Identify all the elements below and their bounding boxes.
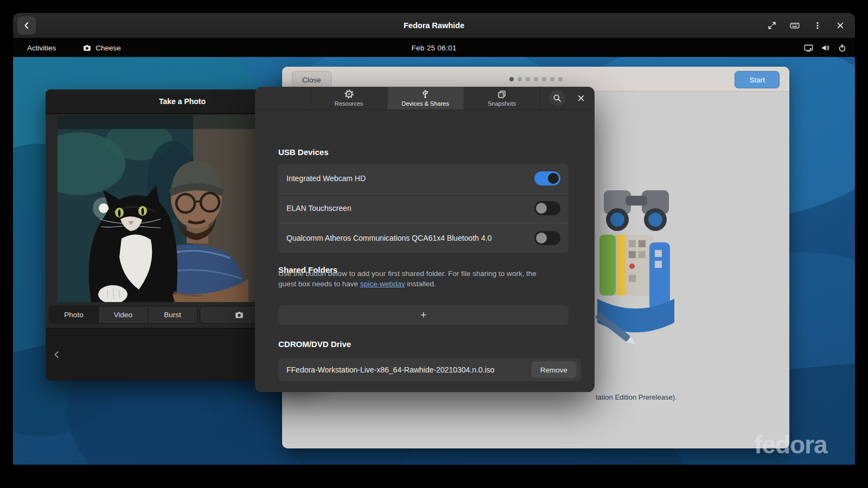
dialog-header: Resources Devices & Shares Snapshots	[255, 87, 595, 110]
usb-device-name: ELAN Touchscreen	[286, 204, 352, 213]
remove-iso-button[interactable]: Remove	[531, 361, 577, 378]
activities-button[interactable]: Activities	[23, 42, 60, 54]
shared-description-line2: guest box needs to have	[278, 280, 360, 288]
wallpaper-watermark: fedora	[754, 430, 827, 459]
window-title: Fedora Rawhide	[13, 13, 855, 38]
snapshots-icon	[497, 90, 506, 99]
pager-dot	[542, 77, 546, 81]
filmstrip-prev-button[interactable]	[50, 347, 63, 362]
usb-device-toggle[interactable]	[534, 171, 560, 185]
chevron-left-icon	[53, 350, 60, 359]
fedora-prerelease-artwork	[593, 184, 681, 357]
fullscreen-button[interactable]	[763, 16, 781, 35]
add-shared-folder-button[interactable]: +	[278, 305, 569, 325]
properties-dialog: Resources Devices & Shares Snapshots	[255, 87, 595, 392]
cdrom-row: FFedora-Workstation-Live-x86_64-Rawhide-…	[278, 358, 581, 381]
pager-dot	[534, 77, 538, 81]
keyboard-icon	[790, 21, 800, 30]
close-icon	[836, 21, 845, 30]
usb-device-name: Qualcomm Atheros Communications QCA61x4 …	[286, 234, 492, 242]
pager-dot	[526, 77, 530, 81]
tab-devices-shares[interactable]: Devices & Shares	[387, 87, 464, 110]
plus-icon: +	[420, 309, 426, 321]
usb-device-row: Qualcomm Atheros Communications QCA61x4 …	[278, 223, 569, 253]
shared-folders-description: Use the button below to add your first s…	[278, 268, 558, 289]
clock[interactable]: Feb 25 06:01	[411, 44, 456, 52]
app-menu-label: Cheese	[95, 44, 121, 52]
volume-icon	[821, 44, 830, 52]
menu-button[interactable]	[808, 16, 827, 35]
mode-photo-button[interactable]: Photo	[49, 306, 99, 324]
pager-dot	[509, 77, 514, 81]
kebab-menu-icon	[813, 21, 822, 30]
tab-snapshots[interactable]: Snapshots	[464, 87, 540, 110]
shared-description-line1: Use the button below to add your first s…	[278, 269, 537, 278]
usb-device-toggle[interactable]	[534, 201, 560, 215]
wizard-partial-text: tation Edition Prerelease).	[596, 393, 677, 401]
cheese-title: Take a Photo	[159, 97, 206, 106]
usb-icon	[421, 89, 430, 99]
tab-devices-shares-label: Devices & Shares	[401, 100, 449, 107]
search-icon	[553, 94, 561, 102]
dialog-body: USB Devices Integrated Webcam HD ELAN To…	[255, 110, 595, 393]
keyboard-button[interactable]	[786, 16, 804, 35]
shared-description-suffix: installed.	[405, 280, 436, 288]
screen-share-icon	[804, 44, 813, 52]
screen: Fedora Rawhide Activities	[0, 0, 868, 488]
usb-device-row: Integrated Webcam HD	[278, 164, 569, 193]
mode-burst-button[interactable]: Burst	[148, 306, 197, 324]
system-status-area[interactable]	[804, 44, 846, 52]
mode-video-button[interactable]: Video	[99, 306, 148, 324]
wizard-start-button[interactable]: Start	[735, 71, 780, 88]
back-button[interactable]	[17, 16, 36, 35]
tab-snapshots-label: Snapshots	[488, 100, 516, 107]
tab-resources[interactable]: Resources	[310, 87, 387, 110]
titlebar: Fedora Rawhide	[13, 13, 855, 38]
dialog-close-button[interactable]	[573, 90, 589, 106]
dialog-tabs: Resources Devices & Shares Snapshots	[310, 87, 540, 110]
boxes-window: Fedora Rawhide Activities	[13, 13, 855, 465]
wizard-pager	[509, 77, 563, 81]
usb-devices-heading: USB Devices	[278, 147, 329, 157]
gear-icon	[344, 89, 354, 99]
usb-device-row: ELAN Touchscreen	[278, 193, 569, 223]
tab-resources-label: Resources	[335, 100, 363, 107]
shell-panel: Activities Cheese Feb 25 06:01	[13, 38, 855, 57]
pager-dot	[558, 77, 563, 81]
app-menu-button[interactable]: Cheese	[83, 44, 121, 52]
power-icon	[838, 44, 846, 52]
desktop: Close Start	[13, 57, 855, 465]
spice-webdav-link[interactable]: spice-webdav	[360, 280, 405, 288]
usb-device-name: Integrated Webcam HD	[286, 174, 366, 183]
close-window-button[interactable]	[831, 16, 850, 35]
titlebar-actions	[763, 16, 850, 35]
close-icon	[577, 94, 585, 102]
cdrom-heading: CDROM/DVD Drive	[278, 339, 351, 349]
fullscreen-icon	[768, 21, 776, 30]
iso-filename: FFedora-Workstation-Live-x86_64-Rawhide-…	[286, 365, 494, 374]
back-icon	[22, 21, 31, 30]
camera-app-icon	[83, 44, 91, 52]
search-button[interactable]	[549, 90, 565, 106]
camera-shutter-icon	[235, 311, 244, 319]
wizard-close-button[interactable]: Close	[292, 71, 331, 88]
pager-dot	[518, 77, 522, 81]
pager-dot	[550, 77, 554, 81]
usb-devices-list: Integrated Webcam HD ELAN Touchscreen Qu…	[278, 164, 569, 253]
usb-device-toggle[interactable]	[534, 231, 560, 245]
